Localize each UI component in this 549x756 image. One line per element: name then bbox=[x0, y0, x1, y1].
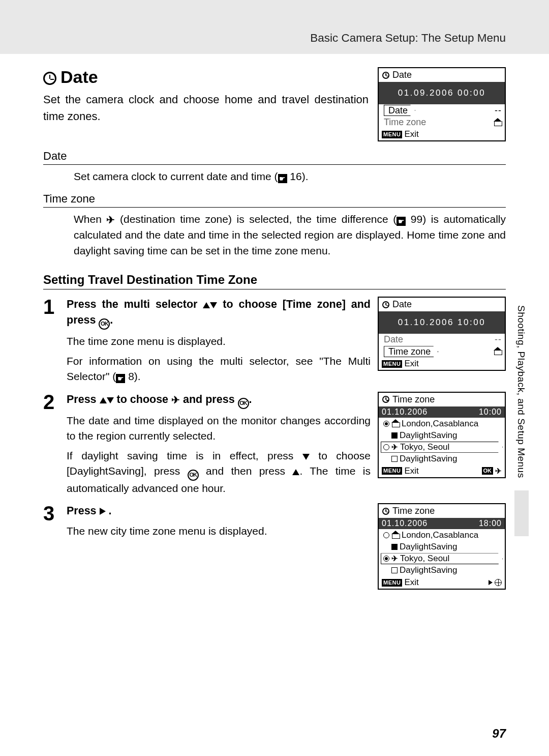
airplane-icon: ✈ bbox=[391, 443, 398, 452]
checkbox-icon bbox=[391, 567, 398, 573]
up-triangle-icon bbox=[292, 469, 299, 475]
def-body-date: Set camera clock to current date and tim… bbox=[43, 167, 506, 184]
up-triangle-icon bbox=[203, 302, 210, 308]
home-icon bbox=[494, 119, 502, 126]
radio-icon bbox=[383, 444, 389, 450]
down-triangle-icon bbox=[210, 302, 217, 308]
airplane-icon: ✈ bbox=[391, 554, 398, 563]
airplane-icon: ✈ bbox=[171, 393, 180, 408]
step-3-body-1: The new city time zone menu is displayed… bbox=[67, 524, 371, 539]
ok-icon: OK bbox=[99, 318, 110, 330]
up-triangle-icon bbox=[100, 397, 107, 403]
def-term-date: Date bbox=[43, 150, 506, 165]
home-icon bbox=[391, 420, 400, 427]
lcd-row-timezone: Time zone bbox=[379, 117, 505, 128]
step-2-body-1: The date and time displayed on the monit… bbox=[67, 413, 371, 444]
step-2-instruction: Press to choose ✈ and press OK. bbox=[67, 392, 371, 409]
step-2: 2 Press to choose ✈ and press OK. The da… bbox=[43, 392, 506, 497]
page-number: 97 bbox=[492, 726, 506, 741]
menu-chip: MENU bbox=[382, 131, 402, 138]
home-icon bbox=[494, 348, 502, 355]
step-1-instruction: Press the multi selector to choose [Time… bbox=[67, 297, 371, 330]
step-2-body-2: If daylight saving time is in effect, pr… bbox=[67, 448, 371, 497]
checkbox-filled-icon bbox=[391, 544, 398, 550]
home-icon bbox=[391, 532, 400, 539]
section-title: Basic Camera Setup: The Setup Menu bbox=[310, 32, 506, 44]
lcd-step-2: Time zone 01.10.200610:00 London,Casabla… bbox=[378, 392, 506, 478]
lcd-datetime: 01.09.2006 00:00 bbox=[379, 82, 505, 104]
ok-icon: OK bbox=[238, 398, 249, 409]
step-1-body-2: For information on using the multi selec… bbox=[67, 354, 371, 385]
right-triangle-icon bbox=[489, 580, 493, 585]
down-triangle-icon bbox=[302, 454, 310, 460]
right-triangle-icon bbox=[100, 508, 106, 515]
reference-icon: ☛ bbox=[396, 217, 406, 226]
clock-icon bbox=[382, 508, 389, 515]
airplane-icon: ✈ bbox=[495, 467, 502, 476]
reference-icon: ☛ bbox=[278, 174, 287, 183]
radio-filled-icon bbox=[383, 421, 389, 427]
lcd-title: Date bbox=[379, 68, 505, 82]
rule bbox=[43, 289, 506, 289]
radio-icon bbox=[383, 532, 389, 538]
clock-icon bbox=[43, 72, 56, 85]
airplane-icon: ✈ bbox=[106, 213, 115, 227]
clock-icon bbox=[382, 301, 389, 308]
lcd-row-date: Date -- bbox=[379, 334, 505, 345]
step-1-body-1: The time zone menu is displayed. bbox=[67, 334, 371, 349]
step-number: 1 bbox=[43, 297, 59, 317]
step-1: 1 Press the multi selector to choose [Ti… bbox=[43, 297, 506, 384]
side-tab-label: Shooting, Playback, and Setup Menus bbox=[515, 305, 527, 478]
intro-text: Set the camera clock and choose home and… bbox=[43, 91, 369, 125]
lcd-row-timezone: Time zone bbox=[379, 345, 505, 358]
ok-icon: OK bbox=[188, 470, 199, 481]
lcd-step-1: Date 01.10.2006 10:00 Date -- Time zone … bbox=[378, 297, 506, 371]
radio-filled-icon bbox=[383, 556, 389, 562]
lcd-date-main: Date 01.09.2006 00:00 Date -- Time zone … bbox=[378, 67, 506, 141]
header-bar: Basic Camera Setup: The Setup Menu bbox=[0, 0, 549, 54]
side-tab-marker bbox=[514, 490, 529, 536]
down-triangle-icon bbox=[107, 397, 114, 403]
lcd-row-date: Date -- bbox=[379, 104, 505, 117]
def-body-timezone: When ✈ (destination time zone) is select… bbox=[43, 210, 506, 258]
step-number: 3 bbox=[43, 503, 59, 524]
checkbox-icon bbox=[391, 456, 398, 462]
page-title: Date bbox=[43, 67, 369, 87]
step-number: 2 bbox=[43, 392, 59, 412]
clock-icon bbox=[382, 396, 389, 403]
step-3: 3 Press . The new city time zone menu is… bbox=[43, 503, 506, 590]
lcd-footer: MENU Exit bbox=[379, 128, 505, 140]
reference-icon: ☛ bbox=[116, 374, 125, 383]
sub-heading: Setting Travel Destination Time Zone bbox=[43, 273, 506, 287]
lcd-step-3: Time zone 01.10.200618:00 London,Casabla… bbox=[378, 503, 506, 590]
def-term-timezone: Time zone bbox=[43, 192, 506, 208]
globe-icon bbox=[495, 579, 502, 586]
step-3-instruction: Press . bbox=[67, 503, 371, 519]
checkbox-filled-icon bbox=[391, 432, 398, 439]
clock-icon bbox=[382, 72, 389, 79]
